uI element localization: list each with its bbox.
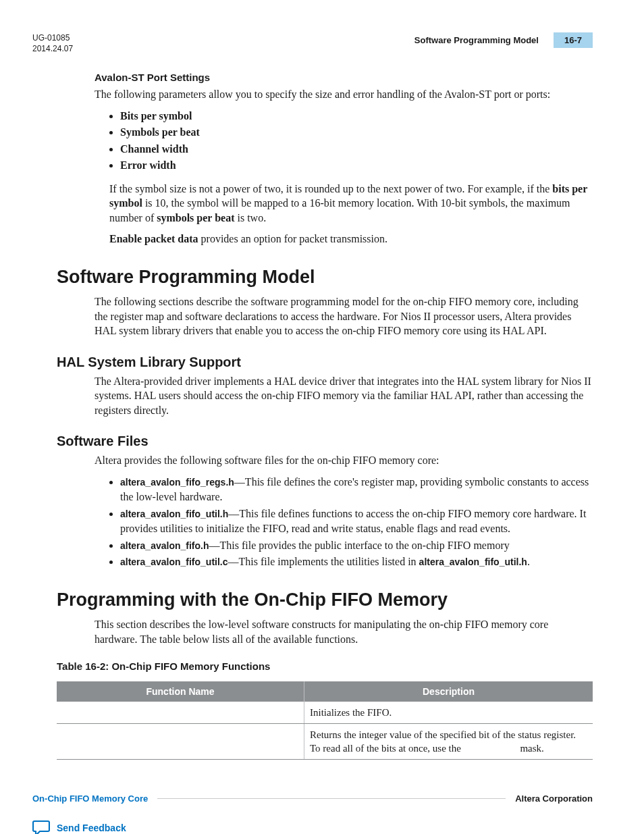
hal-body: The Altera-provided driver implements a … (95, 374, 593, 418)
doc-id: UG-01085 (32, 32, 73, 43)
table-header: Function Name (57, 681, 304, 702)
table-cell (57, 702, 304, 724)
spm-intro: The following sections describe the soft… (95, 294, 593, 338)
avalon-st-param-list: Bits per symbol Symbols per beat Channel… (95, 109, 593, 174)
avalon-st-explanation: If the symbol size is not a power of two… (109, 182, 593, 226)
prog-intro: This section describes the low-level sof… (95, 617, 593, 646)
table-row: Initializes the FIFO. (57, 702, 593, 724)
functions-table: Function Name Description Initializes th… (57, 681, 593, 760)
prog-heading: Programming with the On-Chip FIFO Memory (57, 590, 593, 610)
avalon-st-enable-packet: Enable packet data provides an option fo… (109, 232, 593, 246)
footer-left-link[interactable]: On-Chip FIFO Memory Core (32, 793, 148, 804)
avalon-st-intro: The following parameters allow you to sp… (95, 87, 593, 102)
avalon-st-heading: Avalon-ST Port Settings (95, 72, 593, 83)
swfiles-heading: Software Files (57, 434, 593, 449)
hal-heading: HAL System Library Support (57, 355, 593, 370)
list-item: Channel width (120, 142, 593, 157)
table-header: Description (304, 681, 593, 702)
list-item: altera_avalon_fifo.h—This file provides … (120, 538, 593, 553)
swfiles-intro: Altera provides the following software f… (95, 453, 593, 468)
feedback-icon (32, 820, 50, 834)
footer-right: Altera Corporation (515, 793, 593, 804)
table-title: Table 16-2: On-Chip FIFO Memory Function… (57, 660, 593, 672)
send-feedback-link[interactable]: Send Feedback (57, 823, 126, 833)
spm-heading: Software Programming Model (57, 267, 593, 288)
list-item: Bits per symbol (120, 109, 593, 124)
list-item: altera_avalon_fifo_util.c—This file impl… (120, 554, 593, 569)
table-cell: Initializes the FIFO. (304, 702, 593, 724)
footer-divider (157, 798, 506, 799)
list-item: altera_avalon_fifo_regs.h—This file defi… (120, 475, 593, 505)
page-number-badge: 16-7 (554, 32, 593, 48)
doc-date: 2014.24.07 (32, 43, 73, 54)
page-header: UG-01085 2014.24.07 Software Programming… (32, 32, 593, 54)
breadcrumb: Software Programming Model (414, 35, 539, 45)
list-item: altera_avalon_fifo_util.h—This file defi… (120, 506, 593, 537)
table-cell: Returns the integer value of the specifi… (304, 723, 593, 760)
list-item: Symbols per beat (120, 125, 593, 140)
list-item: Error width (120, 158, 593, 173)
table-row: Returns the integer value of the specifi… (57, 723, 593, 760)
swfiles-list: altera_avalon_fifo_regs.h—This file defi… (95, 475, 593, 569)
table-cell (57, 723, 304, 760)
